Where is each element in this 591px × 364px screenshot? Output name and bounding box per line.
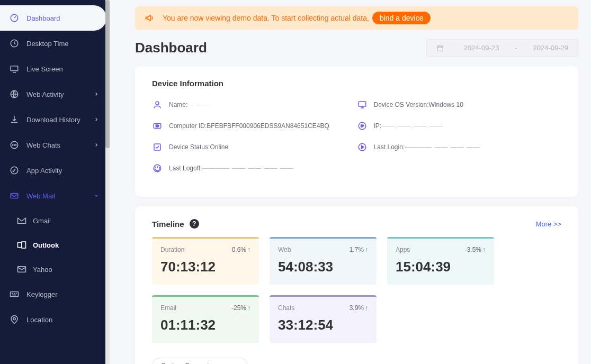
power-icon	[152, 163, 163, 174]
clock-icon	[10, 39, 19, 48]
svg-rect-10	[18, 243, 22, 248]
stat-card-email[interactable]: Email -25%↑ 01:11:32	[152, 295, 259, 343]
bind-device-button[interactable]: bind a device	[372, 12, 431, 24]
date-end: 2024-09-29	[533, 44, 569, 52]
calendar-icon	[436, 44, 444, 52]
sidebar-item-download-history[interactable]: Download History	[0, 107, 110, 132]
help-icon[interactable]: ?	[190, 219, 199, 229]
monitor-icon	[357, 99, 368, 110]
monitor-icon	[10, 64, 19, 74]
sidebar-scrollbar[interactable]	[105, 0, 110, 364]
sidebar-item-live-screen[interactable]: Live Screen	[0, 56, 110, 81]
sidebar-item-label: Keylogger	[26, 290, 58, 298]
stat-label: Email	[160, 304, 176, 312]
status-icon	[152, 142, 163, 152]
stat-value: 33:12:54	[278, 317, 368, 333]
stat-change: -3.5%	[465, 246, 481, 253]
sidebar-item-label: Location	[26, 316, 52, 324]
stat-card-chats[interactable]: Chats 3.9%↑ 33:12:54	[270, 295, 377, 343]
chevron-down-icon	[94, 193, 100, 199]
svg-point-16	[16, 293, 16, 294]
date-range-picker[interactable]: 2024-09-23 - 2024-09-29	[426, 39, 578, 57]
arrow-up-icon: ↑	[482, 246, 486, 253]
sidebar-item-label: Live Screen	[26, 65, 63, 73]
date-sep: -	[515, 44, 517, 52]
last-logoff-value: ———— —— —— —— ——	[202, 165, 294, 172]
stat-change: -25%	[231, 304, 246, 312]
os-row: Device OS Version: Windows 10	[357, 99, 562, 110]
device-info-card: Device Information Name: — —— ID Compute…	[135, 66, 578, 197]
sidebar-item-label: Web Activity	[26, 90, 64, 98]
sidebar-item-label: Dashboard	[26, 14, 60, 22]
arrow-up-icon: ↑	[365, 304, 368, 312]
sidebar-item-app-activity[interactable]: App Activity	[0, 158, 110, 183]
device-name-row: Name: — ——	[152, 99, 357, 110]
svg-rect-24	[359, 102, 366, 106]
ip-row: IP IP: ——.——.——.——	[357, 121, 562, 131]
sidebar-item-location[interactable]: Location	[0, 307, 110, 332]
svg-text:IP: IP	[361, 124, 364, 128]
sidebar-subitem-label: Yahoo	[33, 266, 52, 274]
svg-rect-11	[22, 242, 26, 248]
sidebar-subitem-outlook[interactable]: Outlook	[0, 233, 110, 257]
svg-point-5	[12, 144, 13, 145]
chat-icon	[10, 140, 19, 150]
sidebar: Dashboard Desktop Time Live Screen Web A…	[0, 0, 110, 364]
stat-change: 1.7%	[350, 246, 364, 253]
stat-card-apps[interactable]: Apps -3.5%↑ 15:04:39	[387, 237, 494, 285]
sidebar-subitem-gmail[interactable]: Gmail	[0, 208, 110, 233]
last-logoff-row: Last Logoff: ———— —— —— —— ——	[152, 163, 357, 174]
svg-point-7	[15, 144, 16, 145]
os-value: Windows 10	[429, 101, 463, 108]
svg-text:ID: ID	[156, 124, 159, 128]
page-title: Dashboard	[135, 40, 207, 56]
ip-label: IP:	[374, 122, 382, 130]
more-link[interactable]: More >>	[536, 220, 561, 228]
sidebar-item-web-activity[interactable]: Web Activity	[0, 81, 110, 107]
banner-text: You are now viewing demo data. To start …	[163, 14, 369, 22]
stat-label: Web	[278, 246, 291, 253]
svg-point-19	[156, 102, 159, 105]
svg-point-14	[12, 293, 13, 294]
timeline-title: Timeline	[152, 220, 184, 229]
svg-point-15	[14, 293, 15, 294]
stat-label: Duration	[160, 246, 184, 253]
sidebar-item-dashboard[interactable]: Dashboard	[0, 5, 106, 31]
computer-id-label: Computer ID:	[169, 122, 207, 130]
mail-icon	[10, 191, 19, 201]
globe-icon	[10, 89, 19, 99]
sidebar-item-label: Web Chats	[26, 141, 60, 149]
stat-card-web[interactable]: Web 1.7%↑ 54:08:33	[270, 237, 377, 285]
computer-id-value: BFEBFBFF000906EDSS9AN84651CE4BQ	[207, 122, 329, 130]
last-login-value: ———— —— —— ——	[405, 143, 480, 151]
sidebar-scrollbar-thumb[interactable]	[105, 0, 110, 148]
svg-rect-22	[154, 144, 160, 150]
sidebar-item-label: Desktop Time	[26, 40, 68, 48]
stat-card-duration[interactable]: Duration 0.6%↑ 70:13:12	[152, 237, 259, 285]
custom-comparison-select[interactable]: Custom Comparison	[152, 358, 248, 364]
device-status-row: Device Status: Online	[152, 142, 357, 152]
chevron-right-icon	[94, 91, 100, 97]
last-login-row: Last Login: ———— —— —— ——	[357, 142, 562, 152]
svg-point-6	[14, 144, 15, 145]
main-content: You are now viewing demo data. To start …	[110, 0, 591, 364]
sidebar-item-desktop-time[interactable]: Desktop Time	[0, 31, 110, 56]
sidebar-subitem-yahoo[interactable]: Yahoo	[0, 257, 110, 281]
device-name-value: — ——	[187, 101, 210, 108]
sidebar-item-web-mail[interactable]: Web Mail	[0, 183, 110, 208]
arrow-up-icon: ↑	[247, 246, 250, 253]
gmail-icon	[17, 216, 26, 225]
svg-rect-2	[11, 66, 18, 71]
user-icon	[152, 99, 163, 110]
stat-label: Chats	[278, 304, 294, 312]
sidebar-item-keylogger[interactable]: Keylogger	[0, 281, 110, 307]
svg-rect-13	[11, 292, 19, 297]
header-row: Dashboard 2024-09-23 - 2024-09-29	[135, 39, 578, 57]
compare-label: Custom Comparison	[161, 362, 219, 364]
device-status-label: Device Status:	[169, 143, 210, 151]
sidebar-item-web-chats[interactable]: Web Chats	[0, 132, 110, 158]
stat-change: 0.6%	[232, 246, 246, 253]
keyboard-icon	[10, 289, 19, 299]
demo-banner: You are now viewing demo data. To start …	[135, 6, 578, 30]
timeline-card: Timeline ? More >> Duration 0.6%↑ 70:13:…	[135, 206, 578, 364]
